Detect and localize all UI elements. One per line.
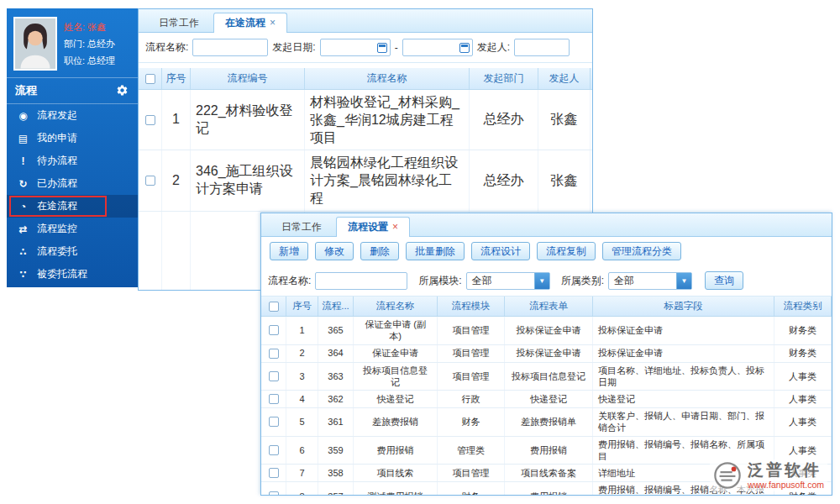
- broadcast-icon: ◉: [17, 110, 29, 122]
- search-button[interactable]: 查询: [705, 271, 743, 290]
- initiator-input[interactable]: [514, 39, 570, 56]
- gear-icon[interactable]: [116, 84, 129, 97]
- cell-flow-name: 保证金申请: [354, 345, 438, 362]
- date-separator: -: [395, 42, 398, 54]
- cell-module: 项目管理: [438, 317, 505, 344]
- end-date-input[interactable]: [402, 39, 473, 56]
- select-all-checkbox[interactable]: [145, 74, 155, 84]
- calendar-icon[interactable]: [459, 43, 470, 53]
- org-icon: ∴: [17, 246, 29, 258]
- modify-button[interactable]: 修改: [315, 242, 354, 260]
- org-tree-icon: ∵: [17, 269, 29, 281]
- cell-seq: 2: [286, 345, 318, 362]
- tab-daily-work-2[interactable]: 日常工作: [270, 217, 333, 237]
- cell-flow-id: 358: [318, 465, 354, 481]
- sidebar-item-todo[interactable]: ! 待办流程: [7, 150, 138, 172]
- calendar-icon[interactable]: [377, 43, 387, 53]
- tab-flow-settings[interactable]: 流程设置×: [336, 217, 410, 237]
- sidebar-item-in-transit[interactable]: ◔ 在途流程: [7, 195, 138, 218]
- flow-name-label-2: 流程名称:: [268, 274, 311, 288]
- cell-flow-id: 363: [318, 363, 354, 391]
- col-module: 流程模块: [438, 297, 505, 316]
- cell-title-fields: 快递登记: [593, 391, 774, 407]
- start-date-input[interactable]: [320, 39, 391, 56]
- cell-form: 费用报销: [505, 482, 593, 496]
- chevron-down-icon[interactable]: ▼: [676, 273, 691, 289]
- cell-seq: 7: [286, 465, 318, 481]
- cell-seq: 5: [286, 408, 318, 436]
- col-person: 发起人: [538, 68, 591, 89]
- category-select[interactable]: 全部 ▼: [608, 272, 692, 290]
- cell-category: 人事类: [774, 408, 832, 436]
- module-select[interactable]: 全部 ▼: [466, 272, 550, 290]
- flow-copy-button[interactable]: 流程复制: [537, 242, 596, 260]
- row-checkbox[interactable]: [269, 417, 279, 427]
- cell-flow-name: 投标项目信息登记: [354, 363, 438, 391]
- sidebar: 姓名: 张鑫 部门: 总经办 职位: 总经理 流程 ◉ 流程发起 ▤ 我的申请 …: [7, 8, 138, 287]
- row-checkbox[interactable]: [145, 115, 155, 125]
- chevron-down-icon[interactable]: ▼: [534, 273, 549, 289]
- alert-icon: !: [17, 155, 29, 167]
- cell-flow-name: 测试费用报销: [354, 482, 438, 496]
- window1-tabbar: 日常工作 在途流程×: [139, 9, 592, 33]
- cell-form: 投标项目信息登记: [505, 363, 593, 391]
- user-profile: 姓名: 张鑫 部门: 总经办 职位: 总经理: [7, 8, 138, 78]
- flow-name-input[interactable]: [192, 39, 268, 56]
- manage-category-button[interactable]: 管理流程分类: [602, 242, 681, 260]
- tab-daily-work[interactable]: 日常工作: [147, 13, 211, 33]
- cell-form: 投标保证金申请: [505, 317, 593, 344]
- avatar-portrait: [15, 18, 55, 69]
- row-checkbox[interactable]: [145, 176, 155, 186]
- tab-in-transit-flows[interactable]: 在途流程×: [213, 13, 287, 33]
- row-checkbox[interactable]: [269, 325, 279, 335]
- row-checkbox[interactable]: [269, 371, 279, 381]
- row-checkbox[interactable]: [269, 445, 279, 455]
- delete-button[interactable]: 删除: [360, 242, 399, 260]
- cell-module: 财务: [438, 408, 505, 436]
- row-checkbox[interactable]: [269, 468, 279, 478]
- flow-table-row[interactable]: 2 346_施工组织设计方案申请 晨铭园林绿化工程组织设计方案_晨铭园林绿化工程…: [139, 150, 592, 211]
- refresh-icon: ↻: [17, 178, 29, 190]
- cell-form: 项目线索备案: [505, 465, 593, 481]
- sidebar-item-done[interactable]: ↻ 已办流程: [7, 172, 138, 195]
- flow-settings-row[interactable]: 3 363 投标项目信息登记 项目管理 投标项目信息登记 项目名称、详细地址、投…: [261, 363, 832, 391]
- select-all-checkbox-2[interactable]: [269, 302, 279, 312]
- cell-flow-name: 材料验收登记_材料采购_张鑫_华润12城房建工程项目: [305, 90, 470, 150]
- flow-settings-row[interactable]: 1 365 保证金申请 (副本) 项目管理 投标保证金申请 投标保证金申请 财务…: [261, 317, 832, 345]
- sidebar-item-label: 在途流程: [37, 199, 77, 213]
- flow-settings-row[interactable]: 2 364 保证金申请 项目管理 投标保证金申请 投标保证金申请 财务类: [261, 345, 832, 363]
- app-canvas: 姓名: 张鑫 部门: 总经办 职位: 总经理 流程 ◉ 流程发起 ▤ 我的申请 …: [0, 0, 840, 504]
- add-button[interactable]: 新增: [270, 242, 308, 260]
- sidebar-item-monitor[interactable]: ⇄ 流程监控: [7, 218, 138, 240]
- col-seq: 序号: [286, 297, 318, 316]
- row-checkbox[interactable]: [269, 394, 279, 404]
- cell-flow-name: 差旅费报销: [354, 408, 438, 436]
- sidebar-item-delegated[interactable]: ∵ 被委托流程: [7, 263, 138, 286]
- cell-module: 项目管理: [438, 465, 505, 481]
- cell-dept: 总经办: [470, 90, 538, 150]
- flow-name-input-2[interactable]: [315, 272, 407, 290]
- sidebar-item-initiate[interactable]: ◉ 流程发起: [7, 104, 138, 127]
- flow-settings-row[interactable]: 4 362 快递登记 行政 快递登记 快递登记 人事类: [261, 391, 832, 408]
- row-checkbox[interactable]: [269, 491, 279, 496]
- batch-delete-button[interactable]: 批量删除: [406, 242, 465, 260]
- flow-settings-row[interactable]: 5 361 差旅费报销 财务 差旅费报销单 关联客户、报销人、申请日期、部门、报…: [261, 408, 832, 437]
- cell-title-fields: 投标保证金申请: [593, 317, 774, 344]
- cell-flow-id: 365: [318, 317, 354, 344]
- tab-close-icon[interactable]: ×: [392, 221, 398, 233]
- cell-flow-name: 晨铭园林绿化工程组织设计方案_晨铭园林绿化工程: [305, 150, 470, 210]
- col-seq: 序号: [162, 68, 191, 89]
- monitor-icon: ⇄: [17, 223, 29, 235]
- sidebar-item-delegate[interactable]: ∴ 流程委托: [7, 240, 138, 263]
- cell-flow-id: 359: [318, 437, 354, 465]
- flow-design-button[interactable]: 流程设计: [471, 242, 530, 260]
- flow-table-row[interactable]: 1 222_材料验收登记 材料验收登记_材料采购_张鑫_华润12城房建工程项目 …: [139, 90, 592, 150]
- cell-seq: 8: [286, 482, 318, 496]
- row-checkbox[interactable]: [269, 349, 279, 359]
- flow-table-header: 序号 流程编号 流程名称 发起部门 发起人: [139, 68, 592, 90]
- tab-close-icon[interactable]: ×: [270, 17, 276, 29]
- sidebar-item-my-apply[interactable]: ▤ 我的申请: [7, 127, 138, 150]
- window2-filter-bar: 流程名称: 所属模块: 全部 ▼ 所属类别: 全部 ▼ 查询: [261, 265, 832, 297]
- cell-category: 人事类: [774, 391, 832, 407]
- col-flow-id: 流程...: [318, 297, 354, 316]
